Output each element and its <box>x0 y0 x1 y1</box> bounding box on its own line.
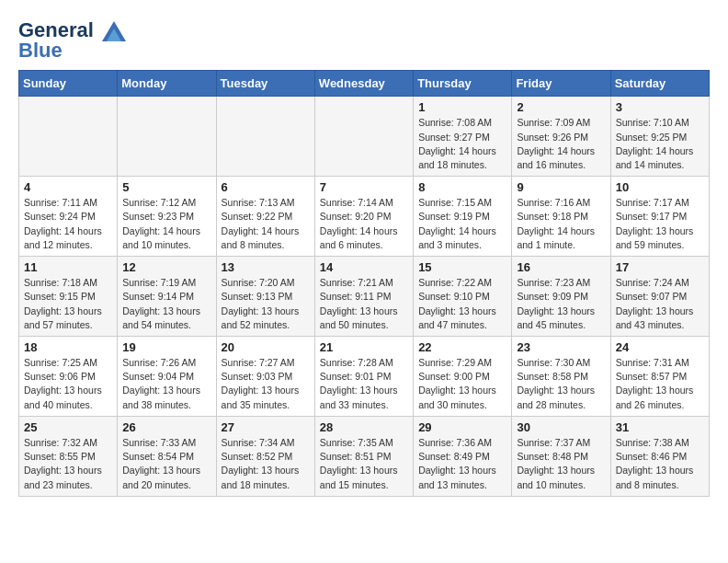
day-info: Sunrise: 7:21 AM Sunset: 9:11 PM Dayligh… <box>320 276 408 332</box>
day-info: Sunrise: 7:33 AM Sunset: 8:54 PM Dayligh… <box>122 436 210 492</box>
calendar-cell: 12Sunrise: 7:19 AM Sunset: 9:14 PM Dayli… <box>118 257 216 337</box>
logo-icon <box>102 21 126 41</box>
day-number: 4 <box>24 180 112 194</box>
calendar-cell: 1Sunrise: 7:08 AM Sunset: 9:27 PM Daylig… <box>414 97 512 177</box>
day-info: Sunrise: 7:28 AM Sunset: 9:01 PM Dayligh… <box>320 356 408 412</box>
calendar-table: SundayMondayTuesdayWednesdayThursdayFrid… <box>18 70 710 496</box>
calendar-week-row: 25Sunrise: 7:32 AM Sunset: 8:55 PM Dayli… <box>19 416 710 496</box>
calendar-header: SundayMondayTuesdayWednesdayThursdayFrid… <box>19 71 710 97</box>
calendar-cell: 31Sunrise: 7:38 AM Sunset: 8:46 PM Dayli… <box>610 416 709 496</box>
day-number: 30 <box>517 420 605 434</box>
day-number: 19 <box>122 340 210 354</box>
day-info: Sunrise: 7:13 AM Sunset: 9:22 PM Dayligh… <box>222 196 310 252</box>
day-number: 18 <box>24 340 112 354</box>
calendar-cell: 24Sunrise: 7:31 AM Sunset: 8:57 PM Dayli… <box>610 337 709 417</box>
day-number: 11 <box>24 260 112 274</box>
day-number: 24 <box>616 340 704 354</box>
day-info: Sunrise: 7:24 AM Sunset: 9:07 PM Dayligh… <box>616 276 704 332</box>
day-number: 2 <box>517 100 605 114</box>
day-info: Sunrise: 7:11 AM Sunset: 9:24 PM Dayligh… <box>24 196 112 252</box>
day-info: Sunrise: 7:14 AM Sunset: 9:20 PM Dayligh… <box>320 196 408 252</box>
day-number: 7 <box>320 180 408 194</box>
day-number: 29 <box>418 420 506 434</box>
calendar-cell: 27Sunrise: 7:34 AM Sunset: 8:52 PM Dayli… <box>216 416 314 496</box>
day-number: 26 <box>122 420 210 434</box>
day-info: Sunrise: 7:26 AM Sunset: 9:04 PM Dayligh… <box>122 356 210 412</box>
calendar-cell: 17Sunrise: 7:24 AM Sunset: 9:07 PM Dayli… <box>610 257 709 337</box>
day-info: Sunrise: 7:27 AM Sunset: 9:03 PM Dayligh… <box>222 356 310 412</box>
day-number: 1 <box>418 100 506 114</box>
page-header: General Blue <box>18 18 710 63</box>
day-number: 27 <box>222 420 310 434</box>
day-number: 15 <box>418 260 506 274</box>
calendar-cell: 10Sunrise: 7:17 AM Sunset: 9:17 PM Dayli… <box>610 177 709 257</box>
day-number: 17 <box>616 260 704 274</box>
day-number: 5 <box>122 180 210 194</box>
day-info: Sunrise: 7:08 AM Sunset: 9:27 PM Dayligh… <box>418 116 506 172</box>
day-info: Sunrise: 7:31 AM Sunset: 8:57 PM Dayligh… <box>616 356 704 412</box>
day-info: Sunrise: 7:37 AM Sunset: 8:48 PM Dayligh… <box>517 436 605 492</box>
calendar-cell <box>216 97 314 177</box>
day-number: 3 <box>616 100 704 114</box>
calendar-cell: 4Sunrise: 7:11 AM Sunset: 9:24 PM Daylig… <box>19 177 118 257</box>
day-info: Sunrise: 7:23 AM Sunset: 9:09 PM Dayligh… <box>517 276 605 332</box>
day-info: Sunrise: 7:09 AM Sunset: 9:26 PM Dayligh… <box>517 116 605 172</box>
calendar-cell: 20Sunrise: 7:27 AM Sunset: 9:03 PM Dayli… <box>216 337 314 417</box>
day-info: Sunrise: 7:12 AM Sunset: 9:23 PM Dayligh… <box>122 196 210 252</box>
day-info: Sunrise: 7:20 AM Sunset: 9:13 PM Dayligh… <box>222 276 310 332</box>
day-number: 21 <box>320 340 408 354</box>
calendar-cell: 23Sunrise: 7:30 AM Sunset: 8:58 PM Dayli… <box>512 337 610 417</box>
day-info: Sunrise: 7:10 AM Sunset: 9:25 PM Dayligh… <box>616 116 704 172</box>
calendar-cell: 15Sunrise: 7:22 AM Sunset: 9:10 PM Dayli… <box>414 257 512 337</box>
calendar-week-row: 11Sunrise: 7:18 AM Sunset: 9:15 PM Dayli… <box>19 257 710 337</box>
calendar-cell: 26Sunrise: 7:33 AM Sunset: 8:54 PM Dayli… <box>118 416 216 496</box>
day-info: Sunrise: 7:16 AM Sunset: 9:18 PM Dayligh… <box>517 196 605 252</box>
calendar-cell <box>314 97 413 177</box>
weekday-header: Tuesday <box>216 71 314 97</box>
day-number: 10 <box>616 180 704 194</box>
calendar-cell: 7Sunrise: 7:14 AM Sunset: 9:20 PM Daylig… <box>314 177 413 257</box>
weekday-header: Sunday <box>19 71 118 97</box>
calendar-cell: 25Sunrise: 7:32 AM Sunset: 8:55 PM Dayli… <box>19 416 118 496</box>
calendar-cell: 21Sunrise: 7:28 AM Sunset: 9:01 PM Dayli… <box>314 337 413 417</box>
day-number: 14 <box>320 260 408 274</box>
weekday-header: Wednesday <box>314 71 413 97</box>
day-info: Sunrise: 7:19 AM Sunset: 9:14 PM Dayligh… <box>122 276 210 332</box>
day-number: 28 <box>320 420 408 434</box>
day-info: Sunrise: 7:35 AM Sunset: 8:51 PM Dayligh… <box>320 436 408 492</box>
day-number: 23 <box>517 340 605 354</box>
day-number: 31 <box>616 420 704 434</box>
day-info: Sunrise: 7:30 AM Sunset: 8:58 PM Dayligh… <box>517 356 605 412</box>
calendar-cell: 22Sunrise: 7:29 AM Sunset: 9:00 PM Dayli… <box>414 337 512 417</box>
calendar-cell: 14Sunrise: 7:21 AM Sunset: 9:11 PM Dayli… <box>314 257 413 337</box>
calendar-cell: 13Sunrise: 7:20 AM Sunset: 9:13 PM Dayli… <box>216 257 314 337</box>
calendar-cell: 29Sunrise: 7:36 AM Sunset: 8:49 PM Dayli… <box>414 416 512 496</box>
weekday-header: Thursday <box>414 71 512 97</box>
day-number: 8 <box>418 180 506 194</box>
calendar-cell: 11Sunrise: 7:18 AM Sunset: 9:15 PM Dayli… <box>19 257 118 337</box>
calendar-cell: 18Sunrise: 7:25 AM Sunset: 9:06 PM Dayli… <box>19 337 118 417</box>
calendar-cell <box>118 97 216 177</box>
calendar-cell: 3Sunrise: 7:10 AM Sunset: 9:25 PM Daylig… <box>610 97 709 177</box>
day-info: Sunrise: 7:29 AM Sunset: 9:00 PM Dayligh… <box>418 356 506 412</box>
day-info: Sunrise: 7:32 AM Sunset: 8:55 PM Dayligh… <box>24 436 112 492</box>
logo: General Blue <box>18 18 126 63</box>
calendar-cell: 6Sunrise: 7:13 AM Sunset: 9:22 PM Daylig… <box>216 177 314 257</box>
day-number: 25 <box>24 420 112 434</box>
day-info: Sunrise: 7:18 AM Sunset: 9:15 PM Dayligh… <box>24 276 112 332</box>
weekday-header: Saturday <box>610 71 709 97</box>
calendar-week-row: 1Sunrise: 7:08 AM Sunset: 9:27 PM Daylig… <box>19 97 710 177</box>
calendar-cell: 2Sunrise: 7:09 AM Sunset: 9:26 PM Daylig… <box>512 97 610 177</box>
day-info: Sunrise: 7:22 AM Sunset: 9:10 PM Dayligh… <box>418 276 506 332</box>
calendar-week-row: 4Sunrise: 7:11 AM Sunset: 9:24 PM Daylig… <box>19 177 710 257</box>
day-info: Sunrise: 7:34 AM Sunset: 8:52 PM Dayligh… <box>222 436 310 492</box>
header-row: SundayMondayTuesdayWednesdayThursdayFrid… <box>19 71 710 97</box>
day-info: Sunrise: 7:36 AM Sunset: 8:49 PM Dayligh… <box>418 436 506 492</box>
calendar-week-row: 18Sunrise: 7:25 AM Sunset: 9:06 PM Dayli… <box>19 337 710 417</box>
day-number: 12 <box>122 260 210 274</box>
calendar-cell: 9Sunrise: 7:16 AM Sunset: 9:18 PM Daylig… <box>512 177 610 257</box>
weekday-header: Friday <box>512 71 610 97</box>
weekday-header: Monday <box>118 71 216 97</box>
day-number: 22 <box>418 340 506 354</box>
calendar-cell: 16Sunrise: 7:23 AM Sunset: 9:09 PM Dayli… <box>512 257 610 337</box>
